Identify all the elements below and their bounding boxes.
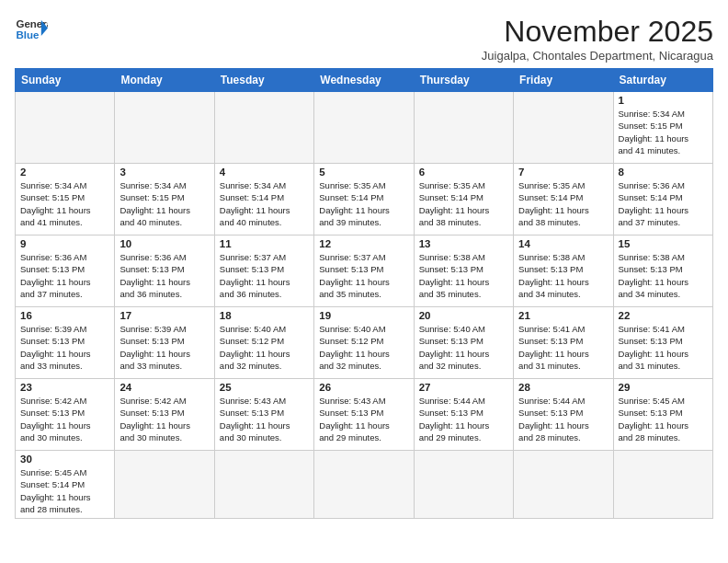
day-info: Sunrise: 5:34 AM Sunset: 5:15 PM Dayligh… <box>619 108 708 156</box>
day-number: 3 <box>119 167 209 178</box>
calendar-cell-2-3: 12Sunrise: 5:37 AM Sunset: 5:13 PM Dayli… <box>314 236 414 307</box>
calendar-cell-2-2: 11Sunrise: 5:37 AM Sunset: 5:13 PM Dayli… <box>214 236 313 307</box>
day-info: Sunrise: 5:34 AM Sunset: 5:14 PM Dayligh… <box>220 179 309 228</box>
calendar-cell-4-6: 29Sunrise: 5:45 AM Sunset: 5:13 PM Dayli… <box>613 379 712 451</box>
calendar-cell-4-5: 28Sunrise: 5:44 AM Sunset: 5:13 PM Dayli… <box>514 379 613 451</box>
day-info: Sunrise: 5:38 AM Sunset: 5:13 PM Dayligh… <box>419 251 508 300</box>
location-subtitle: Juigalpa, Chontales Department, Nicaragu… <box>482 49 713 63</box>
calendar-cell-5-2 <box>214 451 313 519</box>
calendar-cell-4-4: 27Sunrise: 5:44 AM Sunset: 5:13 PM Dayli… <box>414 379 513 451</box>
day-info: Sunrise: 5:44 AM Sunset: 5:13 PM Dayligh… <box>419 395 508 443</box>
day-info: Sunrise: 5:37 AM Sunset: 5:13 PM Dayligh… <box>220 251 309 300</box>
calendar-cell-2-1: 10Sunrise: 5:36 AM Sunset: 5:13 PM Dayli… <box>115 236 214 307</box>
day-number: 17 <box>119 310 209 321</box>
day-info: Sunrise: 5:38 AM Sunset: 5:13 PM Dayligh… <box>518 251 608 300</box>
weekday-header-row: SundayMondayTuesdayWednesdayThursdayFrid… <box>16 69 713 92</box>
day-info: Sunrise: 5:41 AM Sunset: 5:13 PM Dayligh… <box>619 323 708 372</box>
day-info: Sunrise: 5:40 AM Sunset: 5:12 PM Dayligh… <box>319 323 408 372</box>
day-number: 22 <box>619 310 708 321</box>
header-saturday: Saturday <box>613 69 712 92</box>
day-number: 15 <box>619 238 708 249</box>
svg-text:Blue: Blue <box>16 29 40 40</box>
day-info: Sunrise: 5:45 AM Sunset: 5:14 PM Dayligh… <box>20 466 109 515</box>
header-thursday: Thursday <box>414 69 513 92</box>
calendar-cell-0-5 <box>514 92 613 164</box>
day-number: 19 <box>319 310 408 321</box>
calendar-cell-0-3 <box>314 92 414 164</box>
calendar-cell-5-5 <box>514 451 613 519</box>
calendar-cell-5-6 <box>613 451 712 519</box>
day-number: 5 <box>319 167 408 178</box>
day-number: 26 <box>319 382 408 393</box>
day-info: Sunrise: 5:39 AM Sunset: 5:13 PM Dayligh… <box>119 323 209 372</box>
calendar-cell-5-1 <box>115 451 214 519</box>
week-row-3: 9Sunrise: 5:36 AM Sunset: 5:13 PM Daylig… <box>16 236 713 307</box>
calendar-cell-3-3: 19Sunrise: 5:40 AM Sunset: 5:12 PM Dayli… <box>314 307 414 379</box>
calendar-cell-2-0: 9Sunrise: 5:36 AM Sunset: 5:13 PM Daylig… <box>16 236 115 307</box>
day-info: Sunrise: 5:39 AM Sunset: 5:13 PM Dayligh… <box>20 323 109 372</box>
day-number: 13 <box>419 238 508 249</box>
day-number: 23 <box>20 382 109 393</box>
calendar-cell-0-2 <box>214 92 313 164</box>
logo-icon: General Blue <box>15 15 48 48</box>
calendar-cell-0-0 <box>16 92 115 164</box>
day-info: Sunrise: 5:40 AM Sunset: 5:12 PM Dayligh… <box>220 323 309 372</box>
calendar-cell-0-1 <box>115 92 214 164</box>
month-title: November 2025 <box>482 15 713 49</box>
day-number: 25 <box>220 382 309 393</box>
calendar-cell-3-1: 17Sunrise: 5:39 AM Sunset: 5:13 PM Dayli… <box>115 307 214 379</box>
day-info: Sunrise: 5:42 AM Sunset: 5:13 PM Dayligh… <box>20 395 109 443</box>
day-info: Sunrise: 5:35 AM Sunset: 5:14 PM Dayligh… <box>419 179 508 228</box>
title-area: November 2025 Juigalpa, Chontales Depart… <box>482 15 713 63</box>
header-sunday: Sunday <box>16 69 115 92</box>
calendar-cell-5-3 <box>314 451 414 519</box>
day-info: Sunrise: 5:34 AM Sunset: 5:15 PM Dayligh… <box>20 179 109 228</box>
day-info: Sunrise: 5:37 AM Sunset: 5:13 PM Dayligh… <box>319 251 408 300</box>
calendar-cell-5-0: 30Sunrise: 5:45 AM Sunset: 5:14 PM Dayli… <box>16 451 115 519</box>
calendar-cell-1-0: 2Sunrise: 5:34 AM Sunset: 5:15 PM Daylig… <box>16 164 115 236</box>
day-number: 12 <box>319 238 408 249</box>
day-info: Sunrise: 5:43 AM Sunset: 5:13 PM Dayligh… <box>220 395 309 443</box>
calendar-cell-1-3: 5Sunrise: 5:35 AM Sunset: 5:14 PM Daylig… <box>314 164 414 236</box>
header-tuesday: Tuesday <box>214 69 313 92</box>
calendar-cell-2-5: 14Sunrise: 5:38 AM Sunset: 5:13 PM Dayli… <box>514 236 613 307</box>
calendar-cell-1-6: 8Sunrise: 5:36 AM Sunset: 5:14 PM Daylig… <box>613 164 712 236</box>
header-friday: Friday <box>514 69 613 92</box>
day-info: Sunrise: 5:41 AM Sunset: 5:13 PM Dayligh… <box>518 323 608 372</box>
calendar-cell-3-6: 22Sunrise: 5:41 AM Sunset: 5:13 PM Dayli… <box>613 307 712 379</box>
day-info: Sunrise: 5:43 AM Sunset: 5:13 PM Dayligh… <box>319 395 408 443</box>
calendar-cell-1-2: 4Sunrise: 5:34 AM Sunset: 5:14 PM Daylig… <box>214 164 313 236</box>
day-number: 27 <box>419 382 508 393</box>
calendar-cell-2-6: 15Sunrise: 5:38 AM Sunset: 5:13 PM Dayli… <box>613 236 712 307</box>
day-number: 21 <box>518 310 608 321</box>
header-monday: Monday <box>115 69 214 92</box>
calendar-table: SundayMondayTuesdayWednesdayThursdayFrid… <box>15 68 713 519</box>
calendar-cell-4-3: 26Sunrise: 5:43 AM Sunset: 5:13 PM Dayli… <box>314 379 414 451</box>
day-number: 20 <box>419 310 508 321</box>
calendar-cell-3-4: 20Sunrise: 5:40 AM Sunset: 5:13 PM Dayli… <box>414 307 513 379</box>
day-number: 9 <box>20 238 109 249</box>
day-number: 24 <box>119 382 209 393</box>
calendar-cell-3-2: 18Sunrise: 5:40 AM Sunset: 5:12 PM Dayli… <box>214 307 313 379</box>
day-number: 29 <box>619 382 708 393</box>
day-info: Sunrise: 5:35 AM Sunset: 5:14 PM Dayligh… <box>319 179 408 228</box>
calendar-cell-4-2: 25Sunrise: 5:43 AM Sunset: 5:13 PM Dayli… <box>214 379 313 451</box>
week-row-5: 23Sunrise: 5:42 AM Sunset: 5:13 PM Dayli… <box>16 379 713 451</box>
day-number: 7 <box>518 167 608 178</box>
day-number: 6 <box>419 167 508 178</box>
day-number: 14 <box>518 238 608 249</box>
day-number: 2 <box>20 167 109 178</box>
day-number: 28 <box>518 382 608 393</box>
day-info: Sunrise: 5:45 AM Sunset: 5:13 PM Dayligh… <box>619 395 708 443</box>
day-info: Sunrise: 5:38 AM Sunset: 5:13 PM Dayligh… <box>619 251 708 300</box>
day-number: 30 <box>20 454 109 465</box>
calendar-cell-1-4: 6Sunrise: 5:35 AM Sunset: 5:14 PM Daylig… <box>414 164 513 236</box>
calendar-cell-0-4 <box>414 92 513 164</box>
day-number: 8 <box>619 167 708 178</box>
week-row-1: 1Sunrise: 5:34 AM Sunset: 5:15 PM Daylig… <box>16 92 713 164</box>
week-row-2: 2Sunrise: 5:34 AM Sunset: 5:15 PM Daylig… <box>16 164 713 236</box>
calendar-cell-2-4: 13Sunrise: 5:38 AM Sunset: 5:13 PM Dayli… <box>414 236 513 307</box>
day-info: Sunrise: 5:36 AM Sunset: 5:13 PM Dayligh… <box>20 251 109 300</box>
calendar-cell-1-5: 7Sunrise: 5:35 AM Sunset: 5:14 PM Daylig… <box>514 164 613 236</box>
calendar-cell-1-1: 3Sunrise: 5:34 AM Sunset: 5:15 PM Daylig… <box>115 164 214 236</box>
